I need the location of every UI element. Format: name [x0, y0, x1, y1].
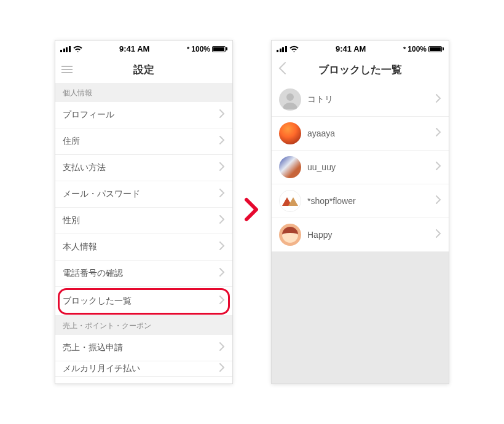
blocked-user-name: uu_uuy [307, 162, 430, 172]
svg-point-0 [286, 93, 294, 101]
chevron-right-icon [436, 94, 441, 105]
blocked-user-name: Happy [307, 230, 430, 240]
blocked-user-row[interactable]: *shop*flower [272, 184, 449, 218]
status-bar: 9:41 AM * 100% [272, 41, 449, 56]
settings-item-label: プロフィール [63, 109, 114, 120]
settings-item-label: 電話番号の確認 [63, 268, 123, 279]
avatar [279, 122, 301, 144]
highlighted-item: ブロックした一覧 [55, 287, 232, 316]
battery-icon [212, 46, 227, 52]
chevron-right-icon [436, 229, 441, 240]
blocked-user-name: コトリ [307, 94, 430, 105]
settings-item-label: 売上・振込申請 [63, 342, 123, 353]
settings-item-blocked-list[interactable]: ブロックした一覧 [55, 287, 232, 316]
settings-item-label: メルカリ月イチ払い [63, 363, 140, 374]
avatar [279, 190, 301, 212]
empty-area [272, 252, 449, 383]
status-time: 9:41 AM [119, 44, 149, 53]
settings-item-label: 性別 [63, 215, 80, 226]
blocked-user-row[interactable]: ayaaya [272, 117, 449, 151]
chevron-right-icon [219, 215, 225, 226]
avatar [279, 224, 301, 246]
avatar [279, 88, 301, 111]
avatar [279, 156, 301, 178]
chevron-right-icon [219, 109, 225, 120]
settings-screen: 9:41 AM * 100% 設定 個人情報 プロフィール 住所 [55, 40, 233, 384]
section-header-personal: 個人情報 [55, 83, 232, 102]
settings-item-address[interactable]: 住所 [55, 128, 232, 155]
wifi-icon [289, 45, 299, 52]
settings-item-label: ブロックした一覧 [63, 296, 132, 307]
chevron-right-icon [219, 162, 225, 173]
blocked-user-row[interactable]: Happy [272, 218, 449, 252]
settings-item-profile[interactable]: プロフィール [55, 102, 232, 128]
transition-arrow-icon [244, 197, 260, 227]
chevron-right-icon [219, 241, 225, 253]
nav-bar: 設定 [55, 56, 232, 83]
settings-item-label: 住所 [63, 136, 80, 147]
blocked-user-name: ayaaya [307, 128, 430, 138]
settings-item-mail-password[interactable]: メール・パスワード [55, 181, 232, 208]
status-bar: 9:41 AM * 100% [55, 41, 232, 56]
settings-item-monthly-pay[interactable]: メルカリ月イチ払い [55, 361, 232, 377]
chevron-right-icon [219, 268, 225, 279]
bluetooth-icon: * [403, 45, 406, 53]
settings-item-label: 支払い方法 [63, 162, 106, 173]
chevron-right-icon [436, 128, 441, 139]
battery-percent: 100% [408, 45, 427, 53]
settings-item-label: メール・パスワード [63, 189, 140, 200]
battery-percent: 100% [191, 45, 210, 53]
status-time: 9:41 AM [336, 44, 366, 53]
settings-item-phone[interactable]: 電話番号の確認 [55, 261, 232, 287]
settings-item-identity[interactable]: 本人情報 [55, 234, 232, 261]
blocked-user-row[interactable]: コトリ [272, 83, 449, 117]
settings-item-payment[interactable]: 支払い方法 [55, 155, 232, 181]
chevron-right-icon [436, 195, 441, 206]
chevron-right-icon [219, 342, 225, 353]
chevron-right-icon [436, 162, 441, 173]
back-button[interactable] [278, 61, 286, 77]
settings-item-gender[interactable]: 性別 [55, 208, 232, 234]
chevron-right-icon [219, 363, 225, 374]
blocked-user-row[interactable]: uu_uuy [272, 151, 449, 184]
page-title: 設定 [133, 63, 154, 77]
signal-icon [60, 46, 71, 52]
bluetooth-icon: * [187, 45, 189, 53]
chevron-right-icon [219, 136, 225, 147]
chevron-right-icon [219, 296, 225, 307]
blocked-user-name: *shop*flower [307, 196, 430, 206]
settings-item-sales-transfer[interactable]: 売上・振込申請 [55, 335, 232, 361]
blocked-list-screen: 9:41 AM * 100% ブロックした一覧 コトリ [271, 40, 449, 384]
battery-icon [428, 46, 444, 52]
page-title: ブロックした一覧 [318, 63, 402, 77]
nav-bar: ブロックした一覧 [272, 56, 449, 83]
menu-icon[interactable] [61, 66, 73, 73]
signal-icon [277, 46, 287, 52]
settings-item-label: 本人情報 [63, 241, 97, 253]
wifi-icon [73, 45, 82, 52]
section-header-sales: 売上・ポイント・クーポン [55, 316, 232, 335]
chevron-right-icon [219, 189, 225, 200]
